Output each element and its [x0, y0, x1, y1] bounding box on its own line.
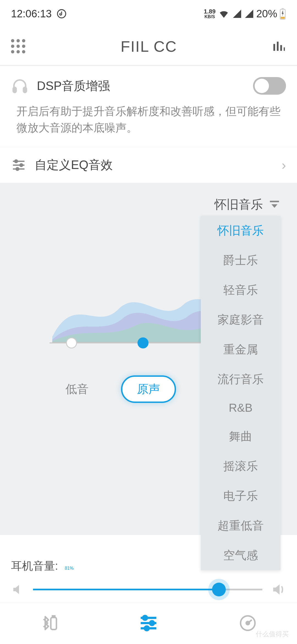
svg-rect-19: [53, 616, 55, 617]
svg-rect-5: [277, 42, 279, 51]
eq-sliders-icon: [138, 613, 159, 634]
svg-rect-4: [273, 44, 275, 51]
svg-point-15: [16, 168, 19, 170]
volume-max-icon: [271, 582, 286, 597]
sliders-icon: [11, 157, 26, 173]
svg-rect-3: [281, 17, 285, 19]
svg-point-14: [20, 164, 23, 166]
menu-grid-icon[interactable]: [11, 39, 25, 53]
network-speed: 1.89 KB/S: [204, 9, 216, 19]
nav-device-tab[interactable]: [40, 613, 59, 634]
chevron-right-icon: ›: [282, 157, 286, 173]
svg-rect-7: [284, 47, 285, 51]
bluetooth-battery-icon: [40, 613, 59, 633]
nav-gauge-tab[interactable]: [238, 613, 257, 634]
preset-option[interactable]: 电子乐: [201, 481, 280, 511]
custom-eq-row[interactable]: 自定义EQ音效 ›: [0, 147, 297, 183]
equalizer-bars-icon[interactable]: [272, 39, 286, 53]
headphones-icon: [11, 77, 29, 95]
page-title: FIIL CC: [121, 37, 177, 55]
preset-option[interactable]: 轻音乐: [201, 275, 280, 305]
svg-rect-6: [280, 45, 282, 51]
nav-eq-tab[interactable]: [138, 613, 159, 635]
dsp-description: 开启后有助于提升音乐解析度和改善听感，但可能有些微放大音源的本底噪声。: [0, 100, 297, 147]
svg-rect-18: [51, 617, 56, 629]
signal-icon-2: [244, 9, 254, 19]
slider-stop-original[interactable]: [138, 337, 148, 348]
mode-buttons: 低音 原声: [50, 375, 176, 403]
battery-charging-icon: [279, 8, 286, 20]
svg-rect-9: [23, 87, 26, 92]
volume-fill: [33, 589, 219, 590]
volume-label: 耳机音量:: [11, 560, 58, 572]
preset-dropdown-trigger[interactable]: 怀旧音乐: [0, 191, 297, 218]
preset-area: 怀旧音乐 低音 原声 怀旧音乐 爵士乐 轻音乐 家庭影音 重金属 流行音乐 R&…: [0, 183, 297, 535]
volume-value: 81%: [65, 566, 74, 571]
preset-option[interactable]: 舞曲: [201, 422, 280, 451]
svg-point-23: [143, 616, 147, 620]
mode-bass-button[interactable]: 低音: [50, 375, 105, 403]
status-bar: 12:06:13 1.89 KB/S 20%: [0, 0, 297, 28]
music-app-icon: [56, 8, 67, 19]
volume-section: 耳机音量: 81%: [0, 558, 297, 597]
svg-point-24: [150, 621, 154, 625]
mode-original-button[interactable]: 原声: [121, 375, 176, 403]
wifi-icon: [218, 8, 230, 20]
signal-icon: [232, 9, 242, 19]
battery-percent: 20%: [256, 8, 277, 20]
app-header: FIIL CC: [0, 28, 297, 66]
preset-option[interactable]: 爵士乐: [201, 245, 280, 275]
preset-option[interactable]: 怀旧音乐: [201, 216, 280, 245]
preset-option[interactable]: 摇滚乐: [201, 451, 280, 481]
volume-min-icon: [11, 583, 25, 596]
preset-option[interactable]: 重金属: [201, 335, 280, 364]
watermark: 什么值得买: [256, 630, 289, 638]
dsp-row: DSP音质增强: [0, 66, 297, 100]
bottom-nav: [0, 603, 297, 644]
volume-slider[interactable]: [33, 589, 262, 590]
preset-option[interactable]: 超重低音: [201, 511, 280, 541]
volume-thumb[interactable]: [212, 583, 226, 596]
preset-dropdown: 怀旧音乐 爵士乐 轻音乐 家庭影音 重金属 流行音乐 R&B 舞曲 摇滚乐 电子…: [201, 216, 280, 570]
preset-option[interactable]: R&B: [201, 394, 280, 422]
status-time: 12:06:13: [11, 8, 52, 20]
custom-eq-label: 自定义EQ音效: [35, 157, 273, 173]
collapse-icon: [268, 199, 280, 211]
dsp-label: DSP音质增强: [37, 78, 245, 94]
svg-point-13: [15, 160, 17, 162]
svg-rect-2: [282, 8, 284, 9]
preset-option[interactable]: 家庭影音: [201, 305, 280, 335]
svg-rect-16: [270, 201, 279, 202]
preset-option[interactable]: 流行音乐: [201, 364, 280, 394]
svg-point-25: [145, 626, 149, 630]
dsp-toggle[interactable]: [253, 77, 286, 95]
preset-selected-label: 怀旧音乐: [215, 197, 263, 213]
slider-stop-bass[interactable]: [66, 337, 77, 348]
svg-rect-8: [13, 87, 16, 92]
gauge-icon: [238, 613, 257, 633]
